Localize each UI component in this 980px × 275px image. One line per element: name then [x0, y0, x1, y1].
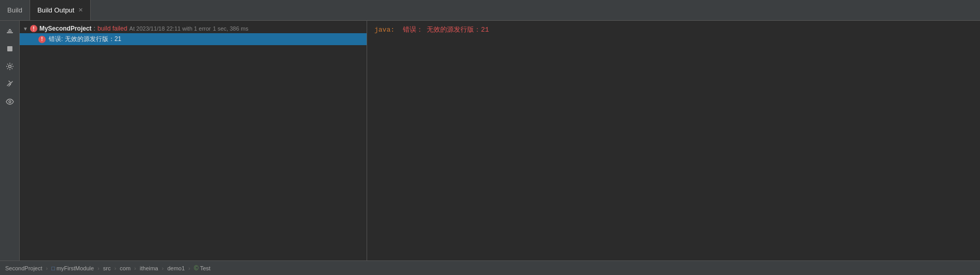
- svg-rect-3: [7, 46, 12, 51]
- error-item-icon: !: [38, 36, 46, 43]
- output-line-1: java: 错误： 无效的源发行版：21: [374, 25, 973, 35]
- status-path-project: SecondProject: [5, 265, 43, 271]
- status-bar: SecondProject › □ myFirstModule › src › …: [0, 260, 980, 275]
- eye-icon[interactable]: [3, 94, 17, 109]
- project-name-colon: :: [94, 25, 95, 32]
- build-status: build failed: [97, 25, 127, 32]
- build-icon[interactable]: [3, 24, 17, 38]
- tab-build-label: Build: [7, 6, 22, 14]
- tab-build-output-label: Build Output: [37, 6, 75, 14]
- build-duration: 1 sec, 386 ms: [213, 25, 248, 32]
- settings-icon[interactable]: [3, 59, 17, 74]
- svg-rect-2: [9, 29, 11, 30]
- project-name: MySecondProject: [39, 25, 92, 32]
- status-path-src: src: [103, 265, 111, 271]
- tree-error-row[interactable]: ! 错误: 无效的源发行版：21: [20, 33, 367, 45]
- tree-project-row[interactable]: ▼ ! MySecondProject : build failed At 20…: [20, 24, 367, 33]
- status-path-itheima: itheima: [140, 265, 158, 271]
- tab-build-output[interactable]: Build Output ✕: [30, 0, 91, 20]
- tree-collapse-arrow[interactable]: ▼: [23, 26, 28, 32]
- error-message: 错误: 无效的源发行版：21: [49, 35, 121, 44]
- main-content: ▼ ! MySecondProject : build failed At 20…: [0, 21, 980, 260]
- build-timestamp: At 2023/11/18 22:11 with 1 error: [129, 25, 211, 32]
- status-path-module: □ myFirstModule: [51, 265, 94, 271]
- svg-point-4: [8, 65, 11, 68]
- status-path-demo1: demo1: [167, 265, 185, 271]
- svg-rect-1: [8, 31, 12, 32]
- tab-close-icon[interactable]: ✕: [78, 7, 83, 13]
- tab-bar: Build Build Output ✕: [0, 0, 980, 21]
- tab-build[interactable]: Build: [0, 0, 30, 20]
- build-panel: ▼ ! MySecondProject : build failed At 20…: [20, 21, 367, 260]
- build-tree: ▼ ! MySecondProject : build failed At 20…: [20, 21, 367, 260]
- class-icon: ©: [194, 265, 199, 272]
- error-circle-icon: !: [30, 25, 37, 32]
- sidebar: [0, 21, 20, 260]
- stop-icon[interactable]: [3, 42, 17, 56]
- output-panel: java: 错误： 无效的源发行版：21: [367, 21, 980, 260]
- pin-icon[interactable]: [3, 77, 17, 91]
- svg-rect-0: [7, 32, 13, 33]
- status-path-class: © Test: [194, 265, 211, 272]
- svg-point-5: [9, 101, 11, 103]
- java-keyword: java:: [374, 26, 395, 34]
- status-path-com: com: [120, 265, 131, 271]
- output-error-full: 错误： 无效的源发行版：21: [395, 26, 489, 34]
- module-icon: □: [51, 265, 55, 271]
